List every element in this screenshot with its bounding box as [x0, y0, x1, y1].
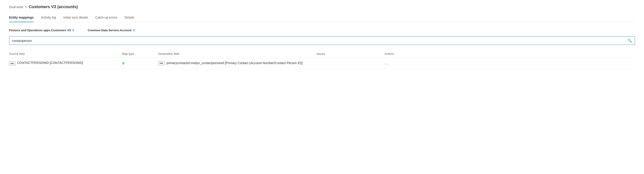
map-type-equals-icon: ≡	[122, 61, 125, 66]
source-field-cell: Abc CONTACTPERSONID [CONTACTPERSONID]	[9, 61, 122, 66]
table-row: Abc CONTACTPERSONID [CONTACTPERSONID] ≡ …	[9, 58, 635, 69]
breadcrumb-parent[interactable]: Dual-write	[9, 5, 23, 9]
destination-type-icon: Abc	[158, 61, 164, 65]
search-container: 🔍	[9, 37, 635, 45]
destination-field-value: primarycontactid.msdyn_contactpersonid […	[166, 61, 302, 66]
search-icon: 🔍	[628, 39, 632, 43]
col-header-issues: Issues	[316, 52, 384, 56]
entity-mappings-table: Source field Map type Destination field …	[9, 50, 635, 69]
destination-field-cell: Abc primarycontactid.msdyn_contactperson…	[158, 61, 316, 66]
destination-column-header: Common Data Service.Account ▽	[88, 29, 135, 32]
tabs-container: Entity mappings Activity log Initial syn…	[9, 13, 635, 22]
actions-cell[interactable]: ...	[384, 61, 635, 66]
tab-details[interactable]: Details	[124, 13, 134, 22]
col-header-actions: Actions	[384, 52, 635, 56]
tab-catchup-errors[interactable]: Catch-up errors	[96, 13, 117, 22]
breadcrumb-separator: >	[25, 5, 27, 9]
source-field-value: CONTACTPERSONID [CONTACTPERSONID]	[17, 61, 83, 65]
col-header-maptype: Map type	[122, 52, 158, 56]
mapping-column-headers: Finance and Operations apps.Customers V3…	[9, 29, 635, 32]
tab-initial-sync[interactable]: Initial sync details	[63, 13, 88, 22]
maptype-cell: ≡	[122, 61, 158, 66]
actions-menu-button[interactable]: ...	[384, 61, 389, 65]
col-header-destination: Destination field	[158, 52, 316, 56]
source-type-icon: Abc	[9, 61, 16, 66]
tab-activity-log[interactable]: Activity log	[41, 13, 56, 22]
destination-column-label: Common Data Service.Account	[88, 29, 132, 32]
destination-filter-icon[interactable]: ▽	[133, 29, 135, 32]
breadcrumb-current: Customers V3 (accounts)	[29, 5, 78, 9]
breadcrumb: Dual-write > Customers V3 (accounts)	[9, 5, 635, 9]
source-column-label: Finance and Operations apps.Customers V3	[9, 29, 71, 32]
table-header: Source field Map type Destination field …	[9, 50, 635, 58]
search-input[interactable]	[9, 37, 625, 44]
source-filter-icon[interactable]: ▽	[72, 29, 74, 32]
source-column-header: Finance and Operations apps.Customers V3…	[9, 29, 74, 32]
tab-entity-mappings[interactable]: Entity mappings	[9, 13, 34, 22]
col-header-source: Source field	[9, 52, 122, 56]
search-button[interactable]: 🔍	[625, 37, 635, 45]
